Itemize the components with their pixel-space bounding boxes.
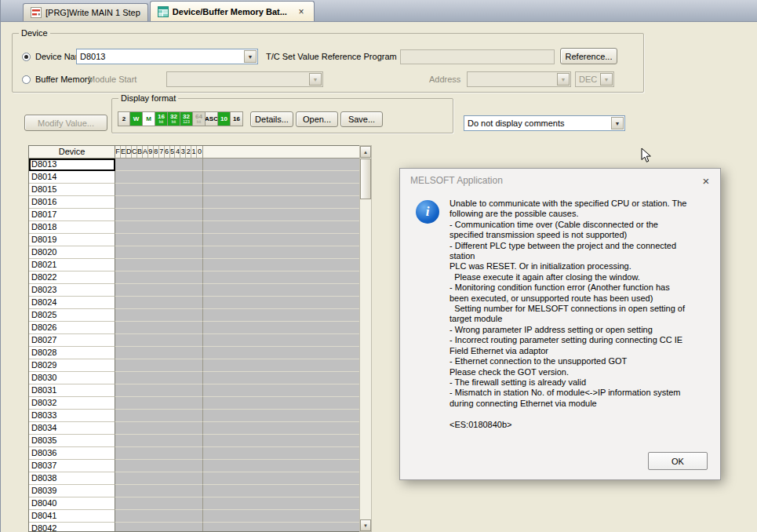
bit-cells[interactable] <box>115 372 203 384</box>
value-cell[interactable] <box>203 347 360 359</box>
bit-cells[interactable] <box>115 259 203 271</box>
table-row[interactable]: D8019 <box>29 234 371 246</box>
device-cell[interactable]: D8030 <box>29 372 115 384</box>
bit-cells[interactable] <box>115 472 203 485</box>
table-row[interactable]: D8018 <box>29 221 371 234</box>
chevron-down-icon[interactable]: ▼ <box>611 117 624 129</box>
bit-cells[interactable] <box>115 246 203 259</box>
bit-cells[interactable] <box>115 234 203 246</box>
device-cell[interactable]: D8022 <box>29 271 115 284</box>
vertical-scrollbar[interactable]: ▲ ▼ <box>359 145 372 532</box>
table-row[interactable]: D8030 <box>29 372 371 384</box>
details-button[interactable]: Details... <box>250 111 293 127</box>
comments-display-combo[interactable]: Do not display comments ▼ <box>464 115 625 131</box>
device-cell[interactable]: D8025 <box>29 309 115 322</box>
table-row[interactable]: D8038 <box>29 472 371 485</box>
format-button[interactable]: 16bit <box>155 111 168 126</box>
table-row[interactable]: D8016 <box>29 196 371 209</box>
value-cell[interactable] <box>203 485 360 497</box>
device-cell[interactable]: D8037 <box>29 460 115 472</box>
bit-cells[interactable] <box>115 497 203 510</box>
table-row[interactable]: D8017 <box>29 209 371 221</box>
value-cell[interactable] <box>203 259 360 271</box>
value-cell[interactable] <box>203 422 360 435</box>
device-cell[interactable]: D8023 <box>29 284 115 297</box>
table-row[interactable]: D8022 <box>29 271 371 284</box>
table-row[interactable]: D8036 <box>29 447 371 460</box>
scroll-down-icon[interactable]: ▼ <box>360 519 371 531</box>
value-cell[interactable] <box>203 397 360 410</box>
value-cell[interactable] <box>203 334 360 347</box>
bit-cells[interactable] <box>115 422 203 435</box>
format-button[interactable]: 32123 <box>180 111 193 126</box>
bit-cells[interactable] <box>115 221 203 234</box>
device-cell[interactable]: D8018 <box>29 221 115 234</box>
value-cell[interactable] <box>203 359 360 372</box>
bit-cells[interactable] <box>115 196 203 209</box>
device-cell[interactable]: D8036 <box>29 447 115 460</box>
device-cell[interactable]: D8039 <box>29 485 115 497</box>
table-row[interactable]: D8042 <box>29 523 371 532</box>
table-row[interactable]: D8035 <box>29 435 371 447</box>
value-cell[interactable] <box>203 447 360 460</box>
bit-cells[interactable] <box>115 359 203 372</box>
device-cell[interactable]: D8019 <box>29 234 115 246</box>
value-cell[interactable] <box>203 309 360 322</box>
bit-cells[interactable] <box>115 410 203 422</box>
bit-cells[interactable] <box>115 523 203 532</box>
bit-cells[interactable] <box>115 297 203 309</box>
value-cell[interactable] <box>203 221 360 234</box>
device-cell[interactable]: D8013 <box>29 159 115 171</box>
table-row[interactable]: D8027 <box>29 334 371 347</box>
table-row[interactable]: D8041 <box>29 510 371 523</box>
tab-close-icon[interactable]: × <box>296 6 307 17</box>
dialog-titlebar[interactable]: MELSOFT Application × <box>400 169 720 192</box>
save-button[interactable]: Save... <box>340 111 383 127</box>
bit-cells[interactable] <box>115 184 203 196</box>
device-name-combo[interactable]: D8013 ▼ <box>76 49 258 64</box>
format-button[interactable]: 64bit <box>193 111 206 126</box>
device-cell[interactable]: D8028 <box>29 347 115 359</box>
device-cell[interactable]: D8031 <box>29 384 115 397</box>
bit-cells[interactable] <box>115 384 203 397</box>
table-row[interactable]: D8021 <box>29 259 371 271</box>
device-name-radio[interactable] <box>22 53 31 61</box>
bit-cells[interactable] <box>115 309 203 322</box>
table-row[interactable]: D8023 <box>29 284 371 297</box>
format-button[interactable]: 16 <box>231 111 243 126</box>
table-row[interactable]: D8032 <box>29 397 371 410</box>
value-cell[interactable] <box>203 234 360 246</box>
value-cell[interactable] <box>203 435 360 447</box>
bit-cells[interactable] <box>115 460 203 472</box>
table-row[interactable]: D8024 <box>29 297 371 309</box>
table-row[interactable]: D8033 <box>29 410 371 422</box>
device-cell[interactable]: D8032 <box>29 397 115 410</box>
ok-button[interactable]: OK <box>648 452 708 470</box>
format-button[interactable]: 32bit <box>168 111 180 126</box>
reference-button[interactable]: Reference... <box>560 48 617 64</box>
value-cell[interactable] <box>203 271 360 284</box>
bit-cells[interactable] <box>115 159 203 171</box>
device-cell[interactable]: D8026 <box>29 322 115 334</box>
device-cell[interactable]: D8015 <box>29 184 115 196</box>
value-cell[interactable] <box>203 209 360 221</box>
value-cell[interactable] <box>203 322 360 334</box>
bit-cells[interactable] <box>115 485 203 497</box>
device-cell[interactable]: D8034 <box>29 422 115 435</box>
bit-cells[interactable] <box>115 271 203 284</box>
device-cell[interactable]: D8040 <box>29 497 115 510</box>
value-cell[interactable] <box>203 196 360 209</box>
table-row[interactable]: D8013 <box>29 159 371 171</box>
value-cell[interactable] <box>203 460 360 472</box>
device-cell[interactable]: D8027 <box>29 334 115 347</box>
value-cell[interactable] <box>203 159 360 171</box>
value-cell[interactable] <box>203 184 360 196</box>
table-row[interactable]: D8015 <box>29 184 371 196</box>
table-row[interactable]: D8029 <box>29 359 371 372</box>
value-cell[interactable] <box>203 410 360 422</box>
device-cell[interactable]: D8041 <box>29 510 115 523</box>
bit-cells[interactable] <box>115 447 203 460</box>
chevron-down-icon[interactable]: ▼ <box>244 50 257 63</box>
format-button[interactable]: 2 <box>118 111 130 126</box>
tab-device-buffer-memory[interactable]: Device/Buffer Memory Bat... × <box>150 1 315 21</box>
